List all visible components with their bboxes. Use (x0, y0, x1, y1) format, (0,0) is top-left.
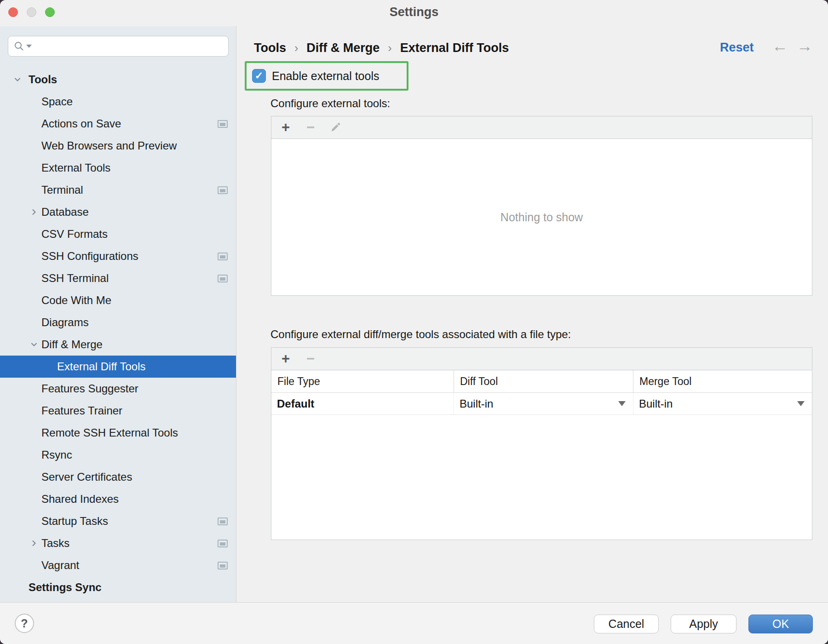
sidebar-item-tools[interactable]: Tools (0, 69, 236, 91)
add-button[interactable]: + (279, 352, 293, 366)
sidebar-item-label: Features Trainer (41, 404, 122, 417)
sidebar-item-label: Diff & Merge (41, 338, 103, 351)
ok-button[interactable]: OK (748, 615, 813, 633)
sidebar-item-label: Shared Indexes (41, 493, 119, 506)
add-button[interactable]: + (279, 121, 293, 134)
sidebar-item-label: Terminal (41, 184, 83, 196)
back-arrow-icon[interactable]: ← (772, 37, 788, 55)
column-header-file-type: File Type (271, 370, 454, 392)
sidebar-item-label: External Tools (41, 161, 110, 174)
enable-external-tools-label: Enable external tools (272, 69, 379, 83)
reset-link[interactable]: Reset (720, 40, 754, 55)
configure-file-type-tools-label: Configure external diff/merge tools asso… (270, 328, 571, 341)
sidebar-item-diff-merge[interactable]: Diff & Merge (0, 334, 236, 356)
breadcrumb-item-diff-merge[interactable]: Diff & Merge (306, 41, 380, 55)
file-type-cell[interactable]: Default (271, 393, 454, 414)
sidebar-item-label: Code With Me (41, 294, 111, 307)
sidebar-item-label: CSV Formats (41, 228, 108, 241)
sidebar-item-terminal[interactable]: Terminal (0, 179, 236, 201)
breadcrumb: Tools › Diff & Merge › External Diff Too… (254, 39, 509, 57)
chevron-down-icon[interactable] (13, 75, 22, 84)
sidebar-item-features-trainer[interactable]: Features Trainer (0, 400, 236, 422)
search-icon (14, 41, 25, 52)
edit-pencil-icon[interactable] (328, 121, 342, 133)
sidebar-item-external-diff-tools[interactable]: External Diff Tools (0, 356, 236, 378)
sidebar-item-label: Vagrant (41, 559, 79, 572)
sidebar-item-label: Diagrams (41, 316, 89, 329)
file-type-tools-panel: + − File Type Diff Tool Merge Tool Defau… (271, 347, 812, 540)
sidebar-item-settings-sync[interactable]: Settings Sync (0, 576, 236, 598)
breadcrumb-item-tools[interactable]: Tools (254, 41, 286, 55)
sidebar-item-vagrant[interactable]: Vagrant (0, 554, 236, 576)
diff-tool-value: Built-in (460, 397, 493, 410)
dialog-footer: ? Cancel Apply OK (0, 602, 828, 644)
sidebar-item-label: SSH Terminal (41, 272, 109, 285)
sidebar-item-label: Remote SSH External Tools (41, 426, 178, 439)
sidebar-item-startup-tasks[interactable]: Startup Tasks (0, 510, 236, 532)
dropdown-caret-icon (797, 401, 805, 406)
sidebar-item-features-suggester[interactable]: Features Suggester (0, 378, 236, 400)
sidebar-item-ssh-configurations[interactable]: SSH Configurations (0, 245, 236, 267)
sidebar-item-shared-indexes[interactable]: Shared Indexes (0, 488, 236, 510)
sidebar-item-diagrams[interactable]: Diagrams (0, 311, 236, 334)
in-place-config-icon (218, 518, 228, 525)
remove-button[interactable]: − (304, 121, 317, 134)
cancel-button[interactable]: Cancel (594, 615, 659, 633)
settings-search-box[interactable] (8, 36, 229, 57)
enable-external-tools-checkbox[interactable]: ✓ (252, 69, 266, 83)
breadcrumb-separator: › (388, 41, 391, 55)
sidebar-item-label: Startup Tasks (41, 515, 108, 528)
sidebar-item-remote-ssh-external-tools[interactable]: Remote SSH External Tools (0, 422, 236, 444)
sidebar-item-label: Tools (29, 73, 57, 86)
dropdown-caret-icon (618, 401, 626, 406)
apply-button[interactable]: Apply (671, 615, 736, 633)
help-button[interactable]: ? (15, 614, 34, 633)
file-type-toolbar: + − (271, 348, 812, 370)
external-tools-panel: + − Nothing to show (271, 116, 812, 296)
empty-list-message: Nothing to show (271, 211, 812, 224)
in-place-config-icon (218, 562, 228, 569)
column-header-diff-tool: Diff Tool (454, 370, 633, 392)
sidebar-item-label: SSH Configurations (41, 250, 138, 263)
table-header-row: File Type Diff Tool Merge Tool (271, 370, 812, 393)
sidebar-item-label: Features Suggester (41, 382, 138, 395)
sidebar-item-ssh-terminal[interactable]: SSH Terminal (0, 267, 236, 289)
sidebar-item-label: Rsync (41, 448, 72, 461)
search-options-caret-icon[interactable] (26, 45, 32, 48)
sidebar-item-tasks[interactable]: Tasks (0, 532, 236, 554)
sidebar-item-database[interactable]: Database (0, 201, 236, 223)
sidebar-item-code-with-me[interactable]: Code With Me (0, 289, 236, 311)
chevron-down-icon[interactable] (29, 340, 39, 349)
enable-external-tools-highlight: ✓ Enable external tools (245, 61, 408, 91)
in-place-config-icon (218, 540, 228, 547)
search-input[interactable] (32, 36, 228, 56)
breadcrumb-item-external-diff-tools: External Diff Tools (400, 41, 509, 55)
sidebar-item-label: External Diff Tools (57, 360, 146, 373)
sidebar-item-server-certificates[interactable]: Server Certificates (0, 466, 236, 488)
diff-tool-dropdown[interactable]: Built-in (454, 393, 633, 414)
settings-sidebar: Tools Space Actions on Save Web Browsers… (0, 26, 236, 602)
sidebar-item-space[interactable]: Space (0, 91, 236, 113)
breadcrumb-separator: › (294, 41, 298, 55)
sidebar-item-external-tools[interactable]: External Tools (0, 157, 236, 179)
external-tools-toolbar: + − (271, 116, 812, 139)
remove-button[interactable]: − (304, 352, 317, 366)
in-place-config-icon (218, 253, 228, 260)
chevron-right-icon[interactable] (29, 207, 39, 217)
window-title: Settings (0, 5, 828, 19)
sidebar-item-rsync[interactable]: Rsync (0, 444, 236, 466)
sidebar-item-label: Space (41, 95, 73, 108)
sidebar-item-label: Server Certificates (41, 471, 132, 483)
merge-tool-dropdown[interactable]: Built-in (633, 393, 812, 414)
settings-window: Settings Tools Space Actions on Save Web… (0, 0, 828, 644)
sidebar-item-actions-on-save[interactable]: Actions on Save (0, 113, 236, 135)
sidebar-item-web-browsers[interactable]: Web Browsers and Preview (0, 135, 236, 157)
sidebar-item-csv-formats[interactable]: CSV Formats (0, 223, 236, 245)
sidebar-item-label: Database (41, 206, 89, 218)
forward-arrow-icon[interactable]: → (797, 37, 813, 55)
sidebar-item-label: Settings Sync (29, 581, 102, 594)
chevron-right-icon[interactable] (29, 539, 39, 548)
table-row[interactable]: Default Built-in Built-in (271, 393, 812, 415)
in-place-config-icon (218, 120, 228, 128)
column-header-merge-tool: Merge Tool (633, 370, 812, 392)
